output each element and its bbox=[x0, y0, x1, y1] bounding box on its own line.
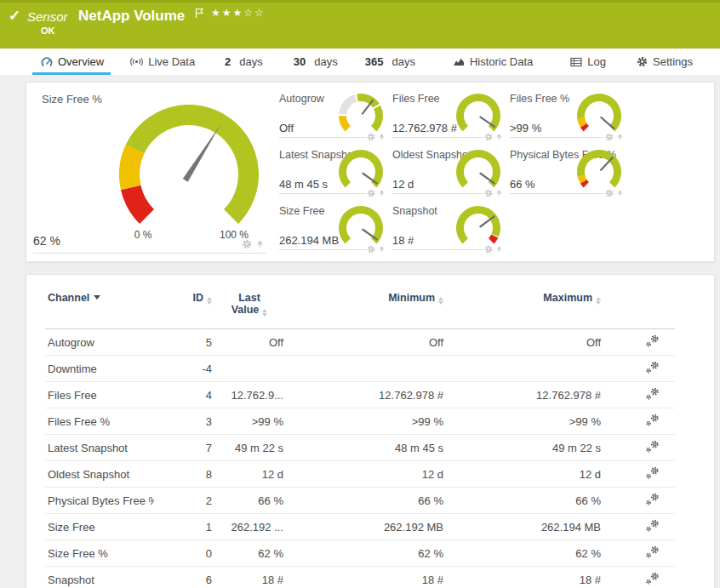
gear-icon[interactable] bbox=[605, 133, 614, 141]
gear-icon[interactable] bbox=[242, 239, 252, 249]
tab-log[interactable]: Log bbox=[570, 49, 606, 75]
gear-icon[interactable] bbox=[367, 133, 375, 141]
minimum-value: 12.762.978 # bbox=[285, 382, 445, 408]
channel-name[interactable]: Size Free % bbox=[45, 540, 154, 567]
pin-icon[interactable] bbox=[378, 190, 386, 197]
status-badge: OK bbox=[41, 26, 55, 36]
channel-id: 5 bbox=[154, 329, 214, 356]
pin-icon[interactable] bbox=[495, 190, 503, 197]
minimum-value: 18 # bbox=[285, 567, 445, 588]
gear-icon[interactable] bbox=[484, 133, 493, 141]
gauge-value: 66 % bbox=[510, 178, 535, 191]
pin-icon[interactable] bbox=[495, 134, 503, 141]
maximum-value: 49 m 22 s bbox=[445, 435, 603, 461]
tab-label: Overview bbox=[58, 55, 104, 68]
pin-icon[interactable] bbox=[495, 246, 503, 254]
gauge-card-physical-bytes-free-pct: Physical Bytes Free % 66 % bbox=[510, 149, 631, 205]
maximum-value: 62 % bbox=[445, 540, 603, 567]
gear-icon[interactable] bbox=[367, 245, 375, 254]
tab-30-days[interactable]: 30 days bbox=[294, 49, 338, 75]
channel-name[interactable]: Latest Snapshot bbox=[45, 435, 154, 461]
channel-name[interactable]: Physical Bytes Free % bbox=[45, 488, 154, 514]
sort-icon bbox=[207, 297, 212, 305]
column-header-channel[interactable]: Channel bbox=[45, 287, 154, 329]
gear-icon[interactable] bbox=[484, 245, 493, 254]
table-row: Latest Snapshot 7 49 m 22 s 48 m 45 s 49… bbox=[45, 435, 675, 461]
channel-settings-icon[interactable] bbox=[645, 440, 659, 453]
column-header-id[interactable]: ID bbox=[154, 287, 214, 329]
channel-name[interactable]: Files Free % bbox=[45, 408, 154, 435]
gauge-title: Files Free bbox=[392, 93, 440, 105]
gauge-card-autogrow: Autogrow Off bbox=[279, 93, 392, 149]
pin-icon[interactable] bbox=[378, 134, 386, 141]
channel-name[interactable]: Size Free bbox=[45, 514, 154, 540]
gauge-value: 262.194 MB bbox=[279, 234, 339, 247]
gear-icon[interactable] bbox=[367, 189, 375, 197]
channel-settings-icon[interactable] bbox=[645, 519, 659, 532]
column-header-maximum[interactable]: Maximum bbox=[445, 287, 603, 329]
gear-icon[interactable] bbox=[484, 189, 493, 197]
tab-2-days[interactable]: 2 days bbox=[225, 49, 263, 75]
tab-settings[interactable]: Settings bbox=[637, 49, 693, 75]
table-row: Files Free 4 12.762.9... 12.762.978 # 12… bbox=[45, 382, 675, 408]
channel-name[interactable]: Files Free bbox=[45, 382, 154, 408]
tab-365-days[interactable]: 365 days bbox=[365, 49, 415, 75]
channel-settings-icon[interactable] bbox=[645, 334, 659, 347]
tab-label: days bbox=[391, 55, 414, 68]
minimum-value: 62 % bbox=[285, 540, 445, 567]
channel-name[interactable]: Autogrow bbox=[45, 329, 154, 356]
channel-id: 4 bbox=[154, 382, 214, 408]
last-value: >99 % bbox=[214, 408, 285, 435]
channels-table: Channel ID Last Value Minimum Maximum bbox=[45, 287, 675, 588]
channel-settings-icon[interactable] bbox=[645, 545, 659, 558]
status-check-icon: ✓ bbox=[9, 7, 20, 25]
priority-stars[interactable]: ★★★☆☆ bbox=[211, 7, 266, 19]
gauge-title: Files Free % bbox=[510, 93, 569, 105]
pin-icon[interactable] bbox=[378, 246, 386, 254]
tab-overview[interactable]: Overview bbox=[41, 49, 104, 75]
channel-settings-icon[interactable] bbox=[645, 387, 659, 400]
channels-panel: Channel ID Last Value Minimum Maximum bbox=[26, 274, 715, 588]
tab-bar: Overview Live Data 2 days 30 days 365 da… bbox=[0, 49, 720, 75]
maximum-value: >99 % bbox=[445, 408, 603, 435]
channel-settings-icon[interactable] bbox=[645, 466, 659, 479]
main-gauge-dial bbox=[99, 89, 279, 234]
minimum-value: 48 m 45 s bbox=[285, 435, 445, 461]
pin-icon[interactable] bbox=[255, 240, 265, 249]
maximum-value: 12 d bbox=[445, 461, 603, 488]
channel-name[interactable]: Downtime bbox=[45, 356, 154, 382]
sensor-title: NetApp Volume bbox=[78, 8, 185, 25]
tab-label: days bbox=[314, 55, 337, 68]
minimum-value: 262.192 MB bbox=[285, 514, 445, 540]
minimum-value: >99 % bbox=[285, 408, 445, 435]
area-chart-icon bbox=[453, 56, 465, 67]
channel-settings-icon[interactable] bbox=[645, 414, 659, 426]
pin-icon[interactable] bbox=[616, 134, 624, 141]
tab-historic-data[interactable]: Historic Data bbox=[453, 49, 533, 75]
maximum-value: Off bbox=[445, 329, 603, 356]
gauge-title: Snapshot bbox=[392, 205, 437, 217]
channel-name[interactable]: Snapshot bbox=[45, 567, 154, 588]
tab-label: Historic Data bbox=[470, 55, 533, 68]
table-row: Size Free % 0 62 % 62 % 62 % bbox=[45, 540, 675, 567]
flag-icon[interactable] bbox=[195, 8, 204, 19]
small-gauges-grid: Autogrow Off Files Free 12.762.978 # Fil… bbox=[279, 93, 631, 261]
column-header-minimum[interactable]: Minimum bbox=[285, 287, 445, 329]
channel-id: 2 bbox=[154, 488, 214, 514]
last-value: 18 # bbox=[214, 567, 285, 588]
channel-settings-icon[interactable] bbox=[645, 572, 659, 585]
gear-icon[interactable] bbox=[605, 189, 614, 197]
tab-live-data[interactable]: Live Data bbox=[130, 49, 195, 75]
channel-settings-icon[interactable] bbox=[645, 493, 659, 505]
sort-icon bbox=[262, 309, 267, 317]
column-header-last-value[interactable]: Last Value bbox=[214, 287, 285, 329]
maximum-value: 12.762.978 # bbox=[445, 382, 603, 408]
last-value bbox=[214, 356, 285, 382]
channel-name[interactable]: Oldest Snapshot bbox=[45, 461, 154, 488]
channel-settings-icon[interactable] bbox=[645, 361, 659, 374]
minimum-value: 66 % bbox=[285, 488, 445, 514]
pin-icon[interactable] bbox=[616, 190, 624, 197]
channel-id: 7 bbox=[154, 435, 214, 461]
gauge-icon bbox=[41, 56, 53, 68]
gauge-value: 18 # bbox=[392, 234, 414, 247]
